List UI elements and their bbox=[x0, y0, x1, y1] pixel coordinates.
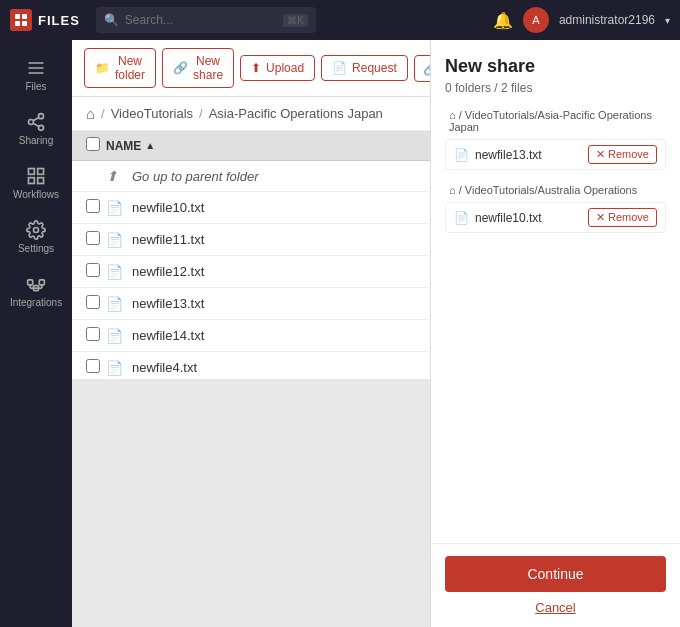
svg-point-6 bbox=[39, 125, 44, 130]
share-file-name: 📄 newfile10.txt bbox=[454, 211, 542, 225]
header-checkbox[interactable] bbox=[86, 137, 106, 154]
right-panel: New share 0 folders / 2 files ⌂ / VideoT… bbox=[430, 40, 680, 627]
sort-arrow: ▲ bbox=[145, 140, 155, 151]
parent-folder-row[interactable]: ⬆ Go up to parent folder bbox=[72, 161, 430, 192]
list-item[interactable]: 📄 newfile14.txt bbox=[72, 320, 430, 352]
file-name: newfile13.txt bbox=[132, 296, 204, 311]
file-icon: 📄 bbox=[106, 264, 126, 280]
cancel-link[interactable]: Cancel bbox=[445, 600, 666, 615]
home-icon[interactable]: ⌂ bbox=[86, 105, 95, 122]
select-all-checkbox[interactable] bbox=[86, 137, 100, 151]
file-icon: 📄 bbox=[106, 200, 126, 216]
file-checkbox[interactable] bbox=[86, 199, 106, 216]
remove-button[interactable]: ✕ Remove bbox=[588, 145, 657, 164]
sidebar-item-integrations[interactable]: Integrations bbox=[5, 266, 67, 316]
empty-space bbox=[72, 379, 430, 627]
content-area: 📁 New folder 🔗 New share ⬆ Upload 📄 Requ… bbox=[72, 40, 430, 627]
share-filename-label: newfile10.txt bbox=[475, 211, 542, 225]
list-item[interactable]: 📄 newfile10.txt bbox=[72, 192, 430, 224]
list-item[interactable]: 📄 newfile11.txt bbox=[72, 224, 430, 256]
upload-button[interactable]: ⬆ Upload bbox=[240, 55, 315, 81]
file-checkbox[interactable] bbox=[86, 263, 106, 280]
svg-rect-0 bbox=[15, 14, 20, 19]
parent-folder-label: Go up to parent folder bbox=[132, 169, 258, 184]
request-label: Request bbox=[352, 61, 397, 75]
app-name: FILES bbox=[38, 13, 80, 28]
file-checkbox[interactable] bbox=[86, 231, 106, 248]
share-sections: ⌂ / VideoTutorials/Asia-Pacific Operatio… bbox=[445, 109, 666, 233]
sidebar: Files Sharing Workflows Settings bbox=[0, 40, 72, 627]
file-name: newfile14.txt bbox=[132, 328, 204, 343]
svg-rect-12 bbox=[29, 178, 35, 184]
svg-rect-11 bbox=[38, 178, 44, 184]
upload-icon: ⬆ bbox=[251, 61, 261, 75]
continue-button[interactable]: Continue bbox=[445, 556, 666, 592]
svg-rect-2 bbox=[15, 21, 20, 26]
request-button[interactable]: 📄 Request bbox=[321, 55, 408, 81]
sidebar-item-workflows-label: Workflows bbox=[13, 189, 59, 200]
share-file-icon: 📄 bbox=[454, 148, 469, 162]
file-name: newfile10.txt bbox=[132, 200, 204, 215]
bell-icon[interactable]: 🔔 bbox=[493, 11, 513, 30]
share-section: ⌂ / VideoTutorials/Asia-Pacific Operatio… bbox=[445, 109, 666, 170]
list-item[interactable]: 📄 newfile4.txt bbox=[72, 352, 430, 379]
share-path: ⌂ / VideoTutorials/Australia Operations bbox=[445, 184, 666, 196]
search-input[interactable] bbox=[125, 13, 277, 27]
username-label: administrator2196 bbox=[559, 13, 655, 27]
svg-rect-3 bbox=[22, 21, 27, 26]
remove-button[interactable]: ✕ Remove bbox=[588, 208, 657, 227]
share-file-name: 📄 newfile13.txt bbox=[454, 148, 542, 162]
file-checkbox[interactable] bbox=[86, 295, 106, 312]
svg-line-7 bbox=[33, 123, 39, 126]
sidebar-item-settings[interactable]: Settings bbox=[5, 212, 67, 262]
breadcrumb: ⌂ / VideoTutorials / Asia-Pacific Operat… bbox=[72, 97, 430, 131]
svg-point-5 bbox=[29, 120, 34, 125]
new-folder-icon: 📁 bbox=[95, 61, 110, 75]
file-list: NAME ▲ ⬆ Go up to parent folder 📄 newfil… bbox=[72, 131, 430, 379]
new-share-icon: 🔗 bbox=[173, 61, 188, 75]
new-folder-button[interactable]: 📁 New folder bbox=[84, 48, 156, 88]
sidebar-item-workflows[interactable]: Workflows bbox=[5, 158, 67, 208]
breadcrumb-videotutorials[interactable]: VideoTutorials bbox=[111, 106, 193, 121]
sidebar-item-integrations-label: Integrations bbox=[10, 297, 62, 308]
sidebar-item-sharing[interactable]: Sharing bbox=[5, 104, 67, 154]
breadcrumb-sep-2: / bbox=[199, 106, 203, 121]
sidebar-item-sharing-label: Sharing bbox=[19, 135, 53, 146]
file-checkbox[interactable] bbox=[86, 359, 106, 376]
svg-point-13 bbox=[34, 228, 39, 233]
avatar-initials: A bbox=[532, 14, 539, 26]
parent-folder-icon: ⬆ bbox=[106, 168, 126, 184]
new-share-button[interactable]: 🔗 New share bbox=[162, 48, 234, 88]
svg-rect-15 bbox=[39, 280, 44, 285]
share-file-row: 📄 newfile13.txt ✕ Remove bbox=[445, 139, 666, 170]
breadcrumb-current[interactable]: Asia-Pacific Operations Japan bbox=[209, 106, 383, 121]
svg-rect-10 bbox=[38, 169, 44, 175]
main-layout: Files Sharing Workflows Settings bbox=[0, 40, 680, 627]
list-item[interactable]: 📄 newfile13.txt bbox=[72, 288, 430, 320]
user-menu-chevron[interactable]: ▾ bbox=[665, 15, 670, 26]
file-icon: 📄 bbox=[106, 328, 126, 344]
share-path-text: ⌂ / VideoTutorials/Australia Operations bbox=[449, 184, 637, 196]
file-checkbox[interactable] bbox=[86, 327, 106, 344]
sidebar-item-files[interactable]: Files bbox=[5, 50, 67, 100]
panel-title: New share bbox=[445, 56, 666, 77]
svg-rect-14 bbox=[28, 280, 33, 285]
svg-rect-9 bbox=[29, 169, 35, 175]
share-filename-label: newfile13.txt bbox=[475, 148, 542, 162]
sidebar-item-settings-label: Settings bbox=[18, 243, 54, 254]
name-column-header[interactable]: NAME ▲ bbox=[106, 139, 155, 153]
file-icon: 📄 bbox=[106, 360, 126, 376]
logo-icon bbox=[10, 9, 32, 31]
more-button[interactable]: 🔗 › bbox=[414, 55, 430, 82]
file-list-header: NAME ▲ bbox=[72, 131, 430, 161]
file-name: newfile11.txt bbox=[132, 232, 204, 247]
share-file-icon: 📄 bbox=[454, 211, 469, 225]
file-name: newfile12.txt bbox=[132, 264, 204, 279]
sidebar-item-files-label: Files bbox=[25, 81, 46, 92]
new-folder-label: New folder bbox=[115, 54, 145, 82]
breadcrumb-sep-1: / bbox=[101, 106, 105, 121]
search-bar[interactable]: 🔍 ⌘K bbox=[96, 7, 316, 33]
new-share-label: New share bbox=[193, 54, 223, 82]
list-item[interactable]: 📄 newfile12.txt bbox=[72, 256, 430, 288]
app-logo: FILES bbox=[10, 9, 80, 31]
